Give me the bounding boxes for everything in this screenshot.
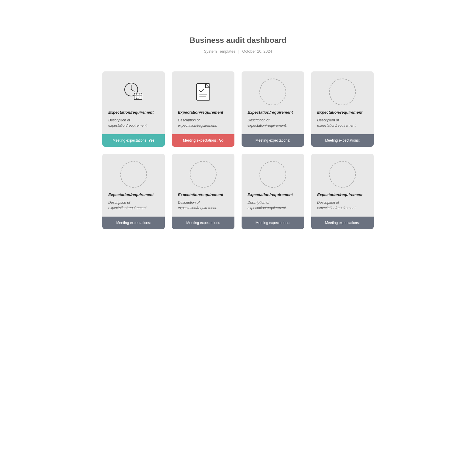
footer-text: Meeting expectations: [256, 138, 290, 143]
card-footer[interactable]: Meeting expectations: [102, 217, 165, 229]
card-title: Expectation/requirement [317, 192, 368, 197]
card-body: Expectation/requirement Description of e… [102, 71, 165, 134]
footer-value: No [219, 138, 223, 143]
card-body: Expectation/requirement Description of e… [102, 154, 165, 217]
card-body: Expectation/requirement Description of e… [172, 154, 234, 217]
card-description: Description of expectation/requirement. [178, 118, 228, 128]
page-subtitle: System Templates | October 10, 2024 [190, 49, 286, 54]
card-2: Expectation/requirement Description of e… [172, 71, 234, 147]
card-body: Expectation/requirement Description of e… [311, 154, 374, 217]
placeholder-circle-icon [259, 79, 286, 105]
card-description: Description of expectation/requirement. [178, 200, 228, 211]
card-title: Expectation/requirement [108, 192, 159, 197]
footer-value: Yes [148, 138, 155, 143]
card-icon [317, 161, 368, 188]
placeholder-circle-icon [329, 161, 356, 188]
clock-calendar-icon [122, 80, 145, 104]
card-footer[interactable]: Meeting expectations: No [172, 134, 234, 147]
card-description: Description of expectation/requirement. [317, 200, 368, 211]
cards-grid: Expectation/requirement Description of e… [102, 71, 374, 229]
card-footer[interactable]: Meeting expectations: [311, 217, 374, 229]
card-footer[interactable]: Meeting expectations [172, 217, 234, 229]
footer-text: Meeting expectations: [113, 138, 148, 143]
svg-point-8 [136, 97, 137, 98]
subtitle-left: System Templates [204, 49, 235, 54]
svg-point-3 [131, 89, 132, 90]
card-body: Expectation/requirement Description of e… [172, 71, 234, 134]
card-icon [178, 161, 228, 188]
card-8: Expectation/requirement Description of e… [311, 154, 374, 229]
card-5: Expectation/requirement Description of e… [102, 154, 165, 229]
card-footer[interactable]: Meeting expectations: Yes [102, 134, 165, 147]
card-icon [317, 79, 368, 105]
svg-point-11 [136, 98, 137, 99]
footer-text: Meeting expectations: [183, 138, 219, 143]
card-title: Expectation/requirement [317, 110, 368, 115]
card-4: Expectation/requirement Description of e… [311, 71, 374, 147]
card-icon [108, 161, 159, 188]
placeholder-circle-icon [259, 161, 286, 188]
card-title: Expectation/requirement [178, 192, 228, 197]
card-description: Description of expectation/requirement. [108, 118, 159, 128]
subtitle-right: October 10, 2024 [242, 49, 272, 54]
checklist-icon [191, 80, 215, 104]
card-title: Expectation/requirement [248, 110, 298, 115]
card-title: Expectation/requirement [248, 192, 298, 197]
card-title: Expectation/requirement [108, 110, 159, 115]
card-description: Description of expectation/requirement. [248, 118, 298, 128]
card-icon [108, 79, 159, 105]
placeholder-circle-icon [190, 161, 217, 188]
page-header: Business audit dashboard System Template… [190, 36, 286, 54]
svg-point-12 [138, 98, 139, 99]
card-icon [248, 161, 298, 188]
placeholder-circle-icon [329, 79, 356, 105]
footer-text: Meeting expectations: [325, 221, 360, 225]
card-1: Expectation/requirement Description of e… [102, 71, 165, 147]
subtitle-separator: | [238, 49, 239, 54]
card-title: Expectation/requirement [178, 110, 228, 115]
card-7: Expectation/requirement Description of e… [242, 154, 304, 229]
card-3: Expectation/requirement Description of e… [242, 71, 304, 147]
card-footer[interactable]: Meeting expectations: [242, 134, 304, 147]
footer-text: Meeting expectations [186, 221, 220, 225]
card-body: Expectation/requirement Description of e… [242, 154, 304, 217]
footer-text: Meeting expectations: [256, 221, 290, 225]
card-description: Description of expectation/requirement. [108, 200, 159, 211]
card-icon [178, 79, 228, 105]
card-body: Expectation/requirement Description of e… [311, 71, 374, 134]
card-6: Expectation/requirement Description of e… [172, 154, 234, 229]
card-icon [248, 79, 298, 105]
card-description: Description of expectation/requirement. [248, 200, 298, 211]
card-footer[interactable]: Meeting expectations: [242, 217, 304, 229]
page-title: Business audit dashboard [190, 36, 286, 47]
page-wrapper: Business audit dashboard System Template… [0, 0, 476, 476]
footer-text: Meeting expectations: [116, 221, 151, 225]
svg-point-9 [138, 97, 139, 98]
placeholder-circle-icon [120, 161, 147, 188]
card-body: Expectation/requirement Description of e… [242, 71, 304, 134]
svg-point-10 [140, 97, 140, 98]
footer-text: Meeting expectations: [325, 138, 360, 143]
card-description: Description of expectation/requirement. [317, 118, 368, 128]
card-footer[interactable]: Meeting expectations: [311, 134, 374, 147]
